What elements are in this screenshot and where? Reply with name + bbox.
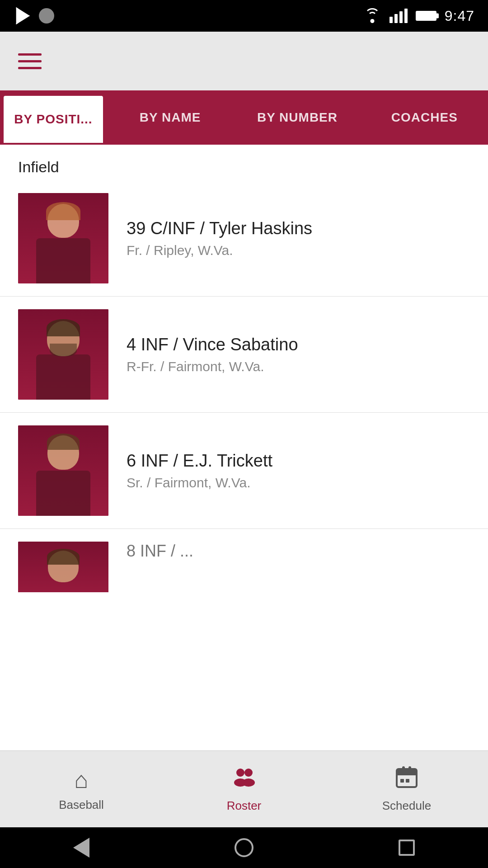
player-photo-vince-sabatino (18, 309, 108, 400)
play-icon (14, 7, 31, 24)
player-detail-line-2: R-Fr. / Fairmont, W.Va. (127, 359, 470, 374)
hamburger-menu-button[interactable] (18, 53, 42, 69)
roster-icon (232, 765, 256, 794)
status-bar: 9:47 (0, 0, 488, 32)
svg-rect-6 (402, 766, 405, 773)
hamburger-line-2 (18, 60, 42, 62)
player-photo-partial (18, 542, 108, 592)
hamburger-line-3 (18, 67, 42, 69)
schedule-icon (395, 765, 418, 794)
svg-rect-7 (408, 766, 411, 773)
section-header: Infield (0, 145, 488, 180)
recent-square-icon (399, 840, 415, 856)
player-detail-line-3: Sr. / Fairmont, W.Va. (127, 475, 470, 491)
back-triangle-icon (73, 838, 89, 858)
nav-baseball[interactable]: ⌂ Baseball (0, 766, 163, 812)
android-recent-button[interactable] (395, 836, 418, 859)
status-bar-right: 9:47 (363, 8, 474, 24)
header (0, 32, 488, 90)
svg-rect-5 (397, 769, 417, 775)
bottom-nav: ⌂ Baseball Roster Schedule (0, 750, 488, 827)
nav-roster-label: Roster (227, 799, 262, 813)
hamburger-line-1 (18, 53, 42, 56)
settings-icon (39, 8, 54, 24)
tab-coaches[interactable]: COACHES (361, 90, 488, 145)
roster-item-ej-trickett[interactable]: 6 INF / E.J. Trickett Sr. / Fairmont, W.… (0, 413, 488, 529)
android-back-button[interactable] (70, 836, 93, 859)
android-home-button[interactable] (233, 836, 255, 859)
svg-point-3 (242, 778, 255, 787)
status-time: 9:47 (445, 8, 474, 24)
nav-schedule[interactable]: Schedule (325, 765, 488, 813)
nav-baseball-label: Baseball (59, 798, 104, 812)
android-nav-bar (0, 827, 488, 868)
svg-point-0 (236, 769, 244, 777)
player-name-line-3: 6 INF / E.J. Trickett (127, 451, 470, 471)
nav-schedule-label: Schedule (382, 799, 431, 813)
svg-rect-8 (400, 779, 404, 783)
tab-by-name[interactable]: BY NAME (107, 90, 234, 145)
svg-point-1 (244, 769, 253, 777)
content-area: Infield 39 C/INF / Tyler Haskins Fr. / R… (0, 145, 488, 750)
home-icon: ⌂ (74, 766, 88, 793)
roster-list: 39 C/INF / Tyler Haskins Fr. / Ripley, W… (0, 180, 488, 750)
player-detail-line-1: Fr. / Ripley, W.Va. (127, 243, 470, 258)
roster-item-vince-sabatino[interactable]: 4 INF / Vince Sabatino R-Fr. / Fairmont,… (0, 297, 488, 413)
player-info-tyler-haskins: 39 C/INF / Tyler Haskins Fr. / Ripley, W… (127, 219, 470, 258)
roster-item-partial[interactable]: 8 INF / ... (0, 529, 488, 592)
home-circle-icon (235, 838, 253, 857)
player-photo-ej-trickett (18, 425, 108, 516)
signal-icon (389, 9, 408, 23)
wifi-icon (363, 9, 381, 23)
tab-by-position[interactable]: BY POSITI... (4, 96, 103, 145)
nav-roster[interactable]: Roster (163, 765, 325, 813)
player-name-line-partial: 8 INF / ... (127, 542, 470, 561)
player-info-partial: 8 INF / ... (127, 542, 470, 565)
tabs-bar: BY POSITI... BY NAME BY NUMBER COACHES (0, 90, 488, 145)
svg-rect-9 (406, 779, 409, 783)
battery-icon (416, 11, 436, 21)
player-name-line-1: 39 C/INF / Tyler Haskins (127, 219, 470, 238)
player-info-vince-sabatino: 4 INF / Vince Sabatino R-Fr. / Fairmont,… (127, 335, 470, 374)
player-name-line-2: 4 INF / Vince Sabatino (127, 335, 470, 354)
tab-by-number[interactable]: BY NUMBER (234, 90, 361, 145)
status-bar-left (14, 7, 54, 24)
player-info-ej-trickett: 6 INF / E.J. Trickett Sr. / Fairmont, W.… (127, 451, 470, 491)
player-photo-tyler-haskins (18, 193, 108, 283)
roster-item-tyler-haskins[interactable]: 39 C/INF / Tyler Haskins Fr. / Ripley, W… (0, 180, 488, 297)
